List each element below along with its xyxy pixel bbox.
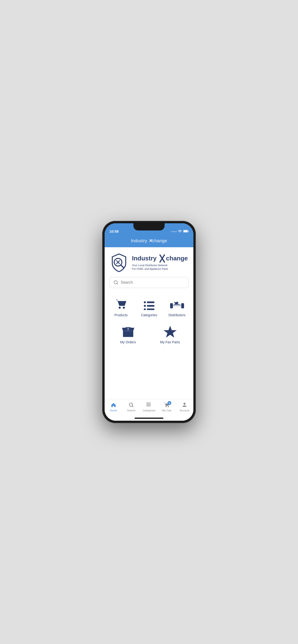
title-part1: Industry: [131, 238, 148, 243]
search-nav-icon: [128, 402, 134, 408]
phone-screen: 10:58: [105, 223, 193, 421]
products-label: Products: [114, 313, 128, 317]
cart-badge: 0: [168, 401, 171, 405]
volume-down-button: [102, 278, 102, 292]
title-x: ✕: [148, 238, 152, 243]
star-icon: [163, 325, 177, 338]
svg-rect-31: [150, 404, 151, 405]
account-nav-label: Account: [180, 409, 189, 412]
svg-line-25: [132, 406, 133, 407]
status-time: 10:58: [109, 229, 118, 233]
signal-icon: [171, 231, 177, 232]
nav-item-search[interactable]: Search: [122, 399, 140, 414]
status-icons: [171, 230, 189, 233]
svg-rect-22: [125, 327, 130, 328]
mute-button: [102, 250, 102, 258]
menu-item-distributors[interactable]: Distributors: [163, 294, 191, 321]
box-icon: [121, 325, 135, 338]
menu-item-products[interactable]: Products: [107, 294, 135, 321]
svg-marker-23: [163, 326, 177, 338]
search-bar[interactable]: [109, 277, 189, 288]
menu-grid-row2: My Orders My Fav Parts: [105, 321, 193, 348]
notch: [133, 223, 165, 230]
brand-x-icon: [159, 254, 166, 262]
nav-item-home[interactable]: Home: [105, 399, 122, 414]
distributors-label: Distributors: [169, 313, 186, 317]
app-header: Industry ✕change: [105, 235, 193, 247]
my-fav-parts-label: My Fav Parts: [160, 340, 180, 344]
menu-item-categories[interactable]: Categories: [135, 294, 163, 321]
svg-point-35: [166, 406, 167, 407]
handshake-icon: [170, 298, 184, 311]
search-nav-label: Search: [127, 409, 135, 412]
battery-icon: [183, 230, 189, 233]
grid-icon: [146, 402, 152, 408]
svg-rect-29: [146, 404, 147, 405]
brand-name: Industry change: [132, 254, 188, 262]
svg-rect-33: [148, 406, 149, 406]
svg-rect-32: [146, 406, 147, 406]
svg-rect-20: [170, 303, 173, 308]
svg-point-15: [144, 305, 146, 307]
svg-rect-30: [148, 404, 149, 405]
volume-up-button: [102, 262, 102, 275]
svg-rect-2: [184, 230, 187, 232]
svg-line-5: [121, 265, 124, 268]
wifi-icon: [178, 230, 182, 233]
bottom-nav: Home Search: [105, 399, 193, 416]
nav-item-account[interactable]: Account: [176, 399, 193, 414]
svg-rect-28: [150, 402, 151, 404]
search-input[interactable]: [121, 280, 185, 284]
svg-point-36: [168, 406, 169, 407]
svg-rect-34: [150, 406, 151, 406]
svg-point-37: [184, 403, 186, 405]
home-nav-label: Home: [110, 409, 117, 412]
logo-text: Industry change Your Local Distributor N…: [132, 254, 188, 271]
cart-nav-label: My Cart: [162, 409, 172, 412]
svg-point-16: [144, 308, 146, 310]
person-icon: [181, 402, 188, 408]
power-button: [196, 254, 196, 269]
main-content: Industry change Your Local Distributor N…: [105, 247, 193, 399]
svg-rect-17: [147, 302, 154, 303]
svg-point-0: [180, 232, 181, 233]
nav-item-cart[interactable]: 0 My Cart: [158, 399, 176, 414]
menu-item-my-orders[interactable]: My Orders: [107, 321, 149, 348]
logo-tagline: Your Local Distributor Network For HVAC …: [132, 264, 188, 271]
logo-section: Industry change Your Local Distributor N…: [105, 247, 193, 277]
menu-grid-row1: Products Categories: [105, 294, 193, 321]
nav-item-categories[interactable]: Categories: [140, 399, 158, 414]
categories-label: Categories: [141, 313, 157, 317]
logo-icon: [109, 253, 129, 272]
phone-bottom: [105, 416, 193, 421]
menu-item-my-fav-parts[interactable]: My Fav Parts: [149, 321, 191, 348]
svg-point-13: [123, 306, 125, 308]
svg-rect-21: [181, 303, 184, 308]
svg-rect-27: [148, 402, 149, 404]
svg-rect-19: [147, 308, 154, 310]
phone-frame: 10:58: [102, 221, 196, 423]
title-part2: change: [152, 238, 167, 243]
svg-point-12: [119, 306, 121, 308]
my-orders-label: My Orders: [120, 340, 136, 344]
svg-line-11: [117, 284, 118, 284]
search-icon: [113, 280, 118, 285]
brand-part2: change: [166, 255, 188, 262]
cart-icon: [114, 298, 128, 311]
home-indicator: [135, 418, 163, 419]
svg-point-14: [144, 301, 146, 303]
home-icon: [110, 402, 117, 408]
svg-rect-26: [146, 402, 147, 404]
spacer: [105, 348, 193, 399]
list-icon: [142, 298, 156, 311]
brand-part1: Industry: [132, 255, 158, 262]
svg-rect-18: [147, 305, 154, 307]
svg-rect-3: [188, 231, 189, 232]
categories-nav-label: Categories: [142, 409, 155, 412]
app-title: Industry ✕change: [109, 238, 189, 244]
